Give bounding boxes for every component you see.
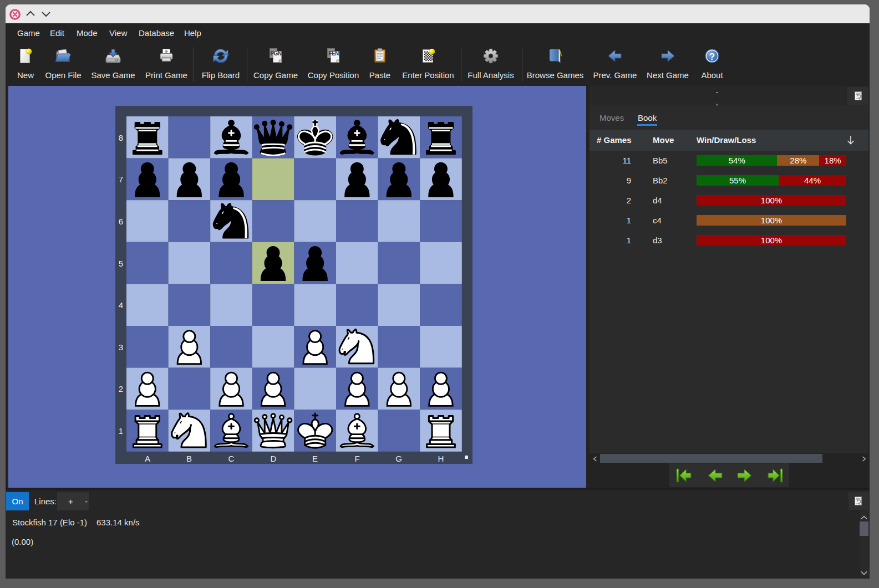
svg-text:5: 5 [119, 259, 123, 268]
svg-text:4: 4 [119, 300, 123, 310]
svg-text:6: 6 [119, 217, 123, 226]
svg-text:B: B [186, 454, 192, 463]
svg-text:FEN: FEN [328, 50, 339, 57]
svg-text:G: G [395, 454, 402, 463]
svg-text:2: 2 [119, 384, 123, 393]
svg-text:C: C [228, 454, 235, 463]
svg-text:F: F [354, 454, 359, 463]
svg-text:?: ? [709, 52, 715, 62]
svg-text:A: A [145, 454, 150, 463]
svg-text:D: D [271, 454, 277, 463]
svg-text:1: 1 [119, 426, 123, 436]
svg-text:8: 8 [119, 133, 123, 142]
svg-text:PGN: PGN [270, 50, 281, 57]
svg-text:3: 3 [119, 342, 123, 352]
svg-text:H: H [438, 454, 444, 463]
svg-text:7: 7 [119, 175, 123, 184]
svg-text:E: E [312, 454, 318, 463]
